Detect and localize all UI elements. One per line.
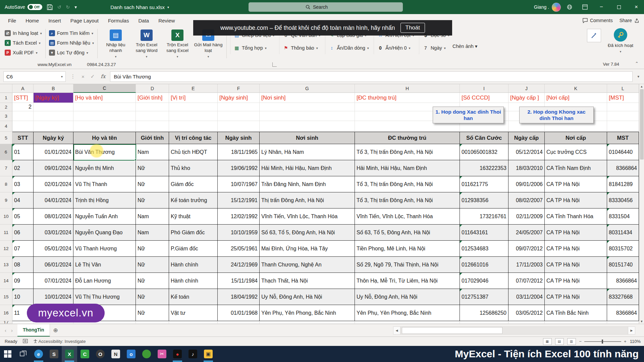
notepad-icon[interactable]: N xyxy=(108,346,123,362)
cell[interactable]: 2 xyxy=(12,103,34,111)
search-input[interactable]: Search xyxy=(249,2,403,12)
cell[interactable] xyxy=(607,111,639,121)
ribbon-button[interactable]: 0Ẩn/Hiện 0▾ xyxy=(377,44,414,52)
cell[interactable]: [ĐC thường trú] xyxy=(355,93,460,103)
cell[interactable]: 07/01/2024 xyxy=(34,273,73,289)
cell[interactable]: Trần Đăng Ninh, Nam Định xyxy=(260,176,355,192)
row-header-2[interactable]: 2 xyxy=(0,103,12,111)
dialog-launcher-icon[interactable] xyxy=(272,62,277,67)
cell[interactable] xyxy=(34,103,73,111)
cell[interactable]: Tiền Phong, Mê Linh, Hà Nội xyxy=(355,241,460,257)
cell[interactable]: 18/03/2010 xyxy=(508,160,545,176)
cell[interactable]: [STT] xyxy=(12,93,34,103)
ribbon-tab[interactable]: Data xyxy=(133,14,154,27)
scroll-up-icon[interactable]: ▲ xyxy=(640,85,643,88)
cell[interactable]: Nguyễn Quang Đạo xyxy=(73,225,136,241)
cell[interactable]: Nữ xyxy=(136,176,169,192)
cell[interactable]: 02/11/2009 xyxy=(508,208,545,225)
cell[interactable]: Hải Minh, Hải Hậu, Nam Định xyxy=(355,160,460,176)
task-view-button[interactable] xyxy=(15,346,31,362)
cell[interactable]: Thôn Hạ, Mễ Trì, Từ Liêm, Hà Nội xyxy=(355,273,460,289)
cell[interactable]: 25/05/1961 xyxy=(218,241,260,257)
cell[interactable]: Nam xyxy=(136,208,169,225)
cell[interactable] xyxy=(218,103,260,111)
column-header-K[interactable]: K xyxy=(545,84,607,93)
cell[interactable]: 83327668 xyxy=(607,289,639,305)
cell[interactable]: 10/07/1967 xyxy=(218,176,260,192)
cell[interactable]: 05/12/2014 xyxy=(508,144,545,160)
cell[interactable]: 011643161 xyxy=(460,225,508,241)
cell[interactable]: Vũ Thị Thu Hương xyxy=(73,289,136,305)
cell[interactable]: Bùi Văn Thương xyxy=(73,144,136,160)
row-header-7[interactable]: 7 xyxy=(0,160,12,176)
restore-button[interactable] xyxy=(611,0,627,14)
document-title[interactable]: Danh sach Nhan su.xlsx▾ xyxy=(110,4,169,10)
cell[interactable]: [Nơi cấp] xyxy=(545,93,607,103)
formula-input[interactable]: Bùi Văn Thương xyxy=(110,71,633,82)
cell[interactable]: 173216761 xyxy=(460,208,508,225)
cell[interactable]: Giám đốc xyxy=(169,176,218,192)
start-button[interactable] xyxy=(0,346,15,362)
macro-record-icon[interactable] xyxy=(23,339,28,344)
cell[interactable]: [Họ và tên] xyxy=(73,93,136,103)
cell[interactable]: Hành chính xyxy=(169,257,218,273)
cell[interactable]: Tổ 3, Thị trấn Đông Anh, Hà Nội xyxy=(355,144,460,160)
cell[interactable]: 163222353 xyxy=(460,160,508,176)
autosave-switch[interactable]: Off xyxy=(28,4,42,10)
page-break-view-button[interactable]: ▥ xyxy=(567,338,576,345)
row-header-15[interactable]: 15 xyxy=(0,289,12,305)
ribbon-big-button[interactable]: ▤ Nhập liệu nhanh▾ xyxy=(101,29,130,59)
explorer-icon[interactable]: ▣ xyxy=(201,346,216,362)
cell[interactable] xyxy=(169,103,218,111)
cell[interactable]: Nữ xyxy=(136,273,169,289)
ribbon-tab[interactable]: Insert xyxy=(44,14,66,27)
ribbon-display-options-icon[interactable] xyxy=(578,0,592,14)
cell[interactable] xyxy=(169,121,218,132)
cell[interactable]: 01/01/2024 xyxy=(34,144,73,160)
cell[interactable]: 05/01/2024 xyxy=(34,241,73,257)
cell[interactable] xyxy=(12,121,34,132)
scrollbar-thumb[interactable] xyxy=(402,327,502,334)
cell[interactable]: CA TP Hà Nội xyxy=(545,176,607,192)
cell[interactable] xyxy=(260,103,355,111)
cell[interactable] xyxy=(169,111,218,121)
zoom-in-icon[interactable]: + xyxy=(624,339,627,344)
cell[interactable]: Số 63, Tổ 5, Đông Anh, Hà Nội xyxy=(355,225,460,241)
cell[interactable] xyxy=(12,321,34,324)
ribbon-button[interactable]: ⚑Thông báo▾ xyxy=(283,44,320,52)
cell[interactable]: 8331504 xyxy=(607,208,639,225)
collapse-ribbon-icon[interactable]: ⌃ xyxy=(635,61,639,66)
cell[interactable]: 83330456 xyxy=(607,192,639,208)
scrollbar-thumb[interactable] xyxy=(640,89,644,160)
ribbon-button[interactable]: ▼ Lọc Tự động▾ xyxy=(49,48,94,57)
snagit-icon[interactable]: S xyxy=(46,346,62,362)
row-header-12[interactable]: 12 xyxy=(0,241,12,257)
scroll-right-icon[interactable]: ▶ xyxy=(628,326,635,335)
ribbon-big-button[interactable]: W Trộn Excel sang Word▾ xyxy=(132,29,161,59)
insert-image-button[interactable]: Chèn ảnh ▾ xyxy=(452,44,479,49)
cell[interactable]: 8366864 xyxy=(607,160,639,176)
cell[interactable] xyxy=(34,121,73,132)
cell[interactable]: Vũ Thị Thanh xyxy=(73,176,136,192)
name-box[interactable]: C6▾ xyxy=(3,71,66,82)
cell[interactable]: CA Tỉnh Thanh Hóa xyxy=(545,208,607,225)
cell[interactable]: [Vị trí] xyxy=(169,93,218,103)
cell[interactable]: 04 xyxy=(12,192,34,208)
row-header-11[interactable]: 11 xyxy=(0,225,12,241)
ribbon-big-button[interactable]: X Trộn Excel sang Excel▾ xyxy=(163,29,192,59)
redo-icon[interactable]: ↻ xyxy=(66,4,70,10)
cell[interactable]: 8366864 xyxy=(607,305,639,321)
cell[interactable]: Nữ xyxy=(136,241,169,257)
scroll-down-icon[interactable]: ▼ xyxy=(640,320,643,323)
account-button[interactable]: Giang . xyxy=(534,3,561,12)
column-header-C[interactable]: C xyxy=(73,84,136,93)
cell[interactable]: 04/01/2024 xyxy=(34,192,73,208)
column-header-J[interactable]: J xyxy=(508,84,545,93)
cell[interactable]: Nữ xyxy=(136,257,169,273)
table-header-cell[interactable]: Nơi cấp xyxy=(545,132,607,144)
cell[interactable]: Nguyễn Tuấn Anh xyxy=(73,208,136,225)
cell[interactable]: 012751387 xyxy=(460,289,508,305)
zoom-slider[interactable]: − + xyxy=(579,339,627,344)
row-header-4[interactable]: 4 xyxy=(0,121,12,132)
cell[interactable] xyxy=(73,121,136,132)
